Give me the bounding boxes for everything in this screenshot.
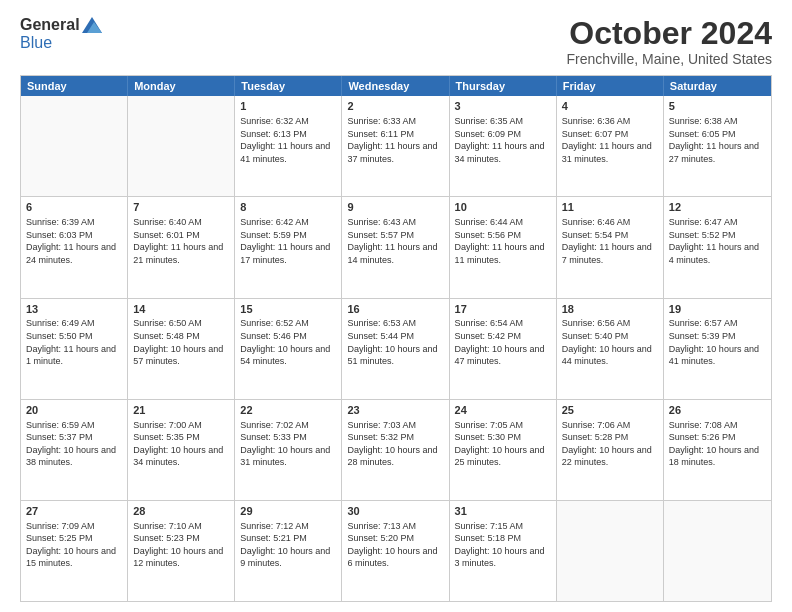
cell-content: Sunrise: 7:00 AM Sunset: 5:35 PM Dayligh… bbox=[133, 419, 229, 469]
cell-content: Sunrise: 6:36 AM Sunset: 6:07 PM Dayligh… bbox=[562, 115, 658, 165]
cell-content: Sunrise: 6:42 AM Sunset: 5:59 PM Dayligh… bbox=[240, 216, 336, 266]
cell-content: Sunrise: 6:57 AM Sunset: 5:39 PM Dayligh… bbox=[669, 317, 766, 367]
day-number: 17 bbox=[455, 302, 551, 317]
cell-content: Sunrise: 6:43 AM Sunset: 5:57 PM Dayligh… bbox=[347, 216, 443, 266]
header: General Blue October 2024 Frenchville, M… bbox=[20, 16, 772, 67]
day-number: 23 bbox=[347, 403, 443, 418]
day-number: 5 bbox=[669, 99, 766, 114]
cell-content: Sunrise: 7:15 AM Sunset: 5:18 PM Dayligh… bbox=[455, 520, 551, 570]
calendar-cell: 15Sunrise: 6:52 AM Sunset: 5:46 PM Dayli… bbox=[235, 299, 342, 399]
calendar-header-cell: Sunday bbox=[21, 76, 128, 96]
calendar-cell: 4Sunrise: 6:36 AM Sunset: 6:07 PM Daylig… bbox=[557, 96, 664, 196]
calendar-cell: 10Sunrise: 6:44 AM Sunset: 5:56 PM Dayli… bbox=[450, 197, 557, 297]
day-number: 21 bbox=[133, 403, 229, 418]
day-number: 3 bbox=[455, 99, 551, 114]
logo-general-text: General bbox=[20, 16, 80, 34]
day-number: 20 bbox=[26, 403, 122, 418]
calendar-cell: 20Sunrise: 6:59 AM Sunset: 5:37 PM Dayli… bbox=[21, 400, 128, 500]
day-number: 15 bbox=[240, 302, 336, 317]
calendar-row: 1Sunrise: 6:32 AM Sunset: 6:13 PM Daylig… bbox=[21, 96, 771, 196]
calendar-cell: 3Sunrise: 6:35 AM Sunset: 6:09 PM Daylig… bbox=[450, 96, 557, 196]
cell-content: Sunrise: 6:46 AM Sunset: 5:54 PM Dayligh… bbox=[562, 216, 658, 266]
day-number: 16 bbox=[347, 302, 443, 317]
calendar-cell: 11Sunrise: 6:46 AM Sunset: 5:54 PM Dayli… bbox=[557, 197, 664, 297]
day-number: 29 bbox=[240, 504, 336, 519]
day-number: 12 bbox=[669, 200, 766, 215]
day-number: 2 bbox=[347, 99, 443, 114]
calendar-header-cell: Wednesday bbox=[342, 76, 449, 96]
calendar-cell: 27Sunrise: 7:09 AM Sunset: 5:25 PM Dayli… bbox=[21, 501, 128, 601]
location: Frenchville, Maine, United States bbox=[567, 51, 772, 67]
cell-content: Sunrise: 6:53 AM Sunset: 5:44 PM Dayligh… bbox=[347, 317, 443, 367]
cell-content: Sunrise: 6:49 AM Sunset: 5:50 PM Dayligh… bbox=[26, 317, 122, 367]
cell-content: Sunrise: 7:09 AM Sunset: 5:25 PM Dayligh… bbox=[26, 520, 122, 570]
day-number: 4 bbox=[562, 99, 658, 114]
page: General Blue October 2024 Frenchville, M… bbox=[0, 0, 792, 612]
calendar-header-cell: Thursday bbox=[450, 76, 557, 96]
calendar-cell: 7Sunrise: 6:40 AM Sunset: 6:01 PM Daylig… bbox=[128, 197, 235, 297]
day-number: 19 bbox=[669, 302, 766, 317]
day-number: 9 bbox=[347, 200, 443, 215]
cell-content: Sunrise: 7:12 AM Sunset: 5:21 PM Dayligh… bbox=[240, 520, 336, 570]
cell-content: Sunrise: 6:47 AM Sunset: 5:52 PM Dayligh… bbox=[669, 216, 766, 266]
day-number: 14 bbox=[133, 302, 229, 317]
calendar-header-cell: Tuesday bbox=[235, 76, 342, 96]
cell-content: Sunrise: 6:32 AM Sunset: 6:13 PM Dayligh… bbox=[240, 115, 336, 165]
calendar-cell: 2Sunrise: 6:33 AM Sunset: 6:11 PM Daylig… bbox=[342, 96, 449, 196]
cell-content: Sunrise: 6:33 AM Sunset: 6:11 PM Dayligh… bbox=[347, 115, 443, 165]
day-number: 7 bbox=[133, 200, 229, 215]
calendar-cell: 29Sunrise: 7:12 AM Sunset: 5:21 PM Dayli… bbox=[235, 501, 342, 601]
cell-content: Sunrise: 7:10 AM Sunset: 5:23 PM Dayligh… bbox=[133, 520, 229, 570]
calendar-cell: 21Sunrise: 7:00 AM Sunset: 5:35 PM Dayli… bbox=[128, 400, 235, 500]
day-number: 13 bbox=[26, 302, 122, 317]
cell-content: Sunrise: 6:54 AM Sunset: 5:42 PM Dayligh… bbox=[455, 317, 551, 367]
calendar-header-cell: Saturday bbox=[664, 76, 771, 96]
calendar-cell: 26Sunrise: 7:08 AM Sunset: 5:26 PM Dayli… bbox=[664, 400, 771, 500]
day-number: 30 bbox=[347, 504, 443, 519]
calendar-cell: 28Sunrise: 7:10 AM Sunset: 5:23 PM Dayli… bbox=[128, 501, 235, 601]
day-number: 22 bbox=[240, 403, 336, 418]
logo-icon bbox=[82, 17, 102, 33]
day-number: 8 bbox=[240, 200, 336, 215]
month-title: October 2024 bbox=[567, 16, 772, 51]
calendar-cell: 14Sunrise: 6:50 AM Sunset: 5:48 PM Dayli… bbox=[128, 299, 235, 399]
cell-content: Sunrise: 7:13 AM Sunset: 5:20 PM Dayligh… bbox=[347, 520, 443, 570]
calendar-cell: 25Sunrise: 7:06 AM Sunset: 5:28 PM Dayli… bbox=[557, 400, 664, 500]
day-number: 10 bbox=[455, 200, 551, 215]
calendar-cell: 22Sunrise: 7:02 AM Sunset: 5:33 PM Dayli… bbox=[235, 400, 342, 500]
cell-content: Sunrise: 7:06 AM Sunset: 5:28 PM Dayligh… bbox=[562, 419, 658, 469]
calendar-row: 27Sunrise: 7:09 AM Sunset: 5:25 PM Dayli… bbox=[21, 500, 771, 601]
cell-content: Sunrise: 6:50 AM Sunset: 5:48 PM Dayligh… bbox=[133, 317, 229, 367]
cell-content: Sunrise: 7:05 AM Sunset: 5:30 PM Dayligh… bbox=[455, 419, 551, 469]
cell-content: Sunrise: 7:03 AM Sunset: 5:32 PM Dayligh… bbox=[347, 419, 443, 469]
calendar-cell: 8Sunrise: 6:42 AM Sunset: 5:59 PM Daylig… bbox=[235, 197, 342, 297]
calendar-body: 1Sunrise: 6:32 AM Sunset: 6:13 PM Daylig… bbox=[21, 96, 771, 601]
calendar-row: 20Sunrise: 6:59 AM Sunset: 5:37 PM Dayli… bbox=[21, 399, 771, 500]
cell-content: Sunrise: 6:39 AM Sunset: 6:03 PM Dayligh… bbox=[26, 216, 122, 266]
calendar: SundayMondayTuesdayWednesdayThursdayFrid… bbox=[20, 75, 772, 602]
calendar-cell: 17Sunrise: 6:54 AM Sunset: 5:42 PM Dayli… bbox=[450, 299, 557, 399]
day-number: 18 bbox=[562, 302, 658, 317]
cell-content: Sunrise: 6:38 AM Sunset: 6:05 PM Dayligh… bbox=[669, 115, 766, 165]
cell-content: Sunrise: 6:40 AM Sunset: 6:01 PM Dayligh… bbox=[133, 216, 229, 266]
calendar-cell: 5Sunrise: 6:38 AM Sunset: 6:05 PM Daylig… bbox=[664, 96, 771, 196]
calendar-cell bbox=[21, 96, 128, 196]
cell-content: Sunrise: 6:59 AM Sunset: 5:37 PM Dayligh… bbox=[26, 419, 122, 469]
calendar-cell: 19Sunrise: 6:57 AM Sunset: 5:39 PM Dayli… bbox=[664, 299, 771, 399]
calendar-row: 13Sunrise: 6:49 AM Sunset: 5:50 PM Dayli… bbox=[21, 298, 771, 399]
calendar-cell bbox=[128, 96, 235, 196]
calendar-cell: 30Sunrise: 7:13 AM Sunset: 5:20 PM Dayli… bbox=[342, 501, 449, 601]
calendar-cell: 1Sunrise: 6:32 AM Sunset: 6:13 PM Daylig… bbox=[235, 96, 342, 196]
calendar-cell: 23Sunrise: 7:03 AM Sunset: 5:32 PM Dayli… bbox=[342, 400, 449, 500]
cell-content: Sunrise: 7:02 AM Sunset: 5:33 PM Dayligh… bbox=[240, 419, 336, 469]
calendar-cell bbox=[557, 501, 664, 601]
logo-blue-text: Blue bbox=[20, 34, 52, 51]
calendar-cell: 9Sunrise: 6:43 AM Sunset: 5:57 PM Daylig… bbox=[342, 197, 449, 297]
logo: General Blue bbox=[20, 16, 102, 52]
day-number: 11 bbox=[562, 200, 658, 215]
calendar-cell: 24Sunrise: 7:05 AM Sunset: 5:30 PM Dayli… bbox=[450, 400, 557, 500]
calendar-cell: 6Sunrise: 6:39 AM Sunset: 6:03 PM Daylig… bbox=[21, 197, 128, 297]
calendar-cell: 31Sunrise: 7:15 AM Sunset: 5:18 PM Dayli… bbox=[450, 501, 557, 601]
calendar-cell: 13Sunrise: 6:49 AM Sunset: 5:50 PM Dayli… bbox=[21, 299, 128, 399]
title-block: October 2024 Frenchville, Maine, United … bbox=[567, 16, 772, 67]
